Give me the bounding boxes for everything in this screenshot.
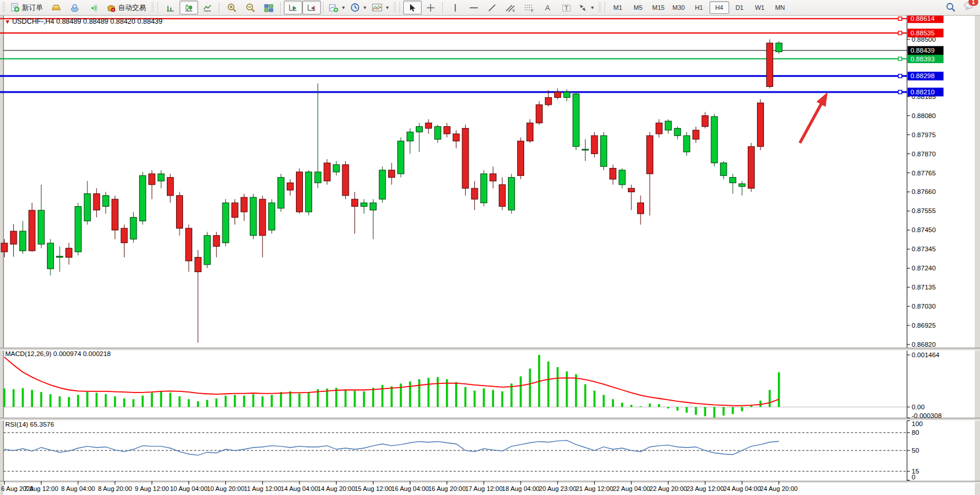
macd-bar [575,374,577,407]
auto-scroll-button[interactable] [284,1,302,14]
new-order-button[interactable]: 新订单 [6,1,47,14]
fibonacci-button[interactable]: F [520,1,539,14]
templates-button[interactable]: ▼ [370,1,392,14]
toolbar-grip[interactable] [2,2,5,13]
cursor-button[interactable] [403,1,422,14]
chart-canvas[interactable]: 0.885000.881850.880800.879750.878700.877… [0,0,980,495]
macd-bar [778,372,780,407]
macd-bar [759,401,762,407]
trendline-button[interactable] [483,1,502,14]
timeframe-mn[interactable]: MN [770,1,790,14]
macd-bar [639,406,642,407]
macd-bar [390,386,393,407]
candle [766,39,773,89]
macd-bar [584,384,587,407]
crosshair-icon [426,3,435,12]
chart-shift-button[interactable] [302,1,321,14]
horizontal-line-button[interactable] [465,1,483,14]
new-order-label: 新订单 [22,3,43,13]
timeframe-w1[interactable]: W1 [750,1,770,14]
macd-bar [3,388,6,407]
price-tick-label: 0.87345 [912,245,936,252]
bar-chart-button[interactable] [161,1,180,14]
candle [509,174,515,214]
price-tick-label: 0.87660 [912,188,936,195]
price-tick-label: 0.87975 [912,131,936,138]
macd-bar [658,404,660,407]
chart-background [0,16,980,495]
toolbar-grip[interactable] [151,2,154,13]
time-axis-label: 8 Aug 04:00 [61,485,95,492]
hline-handle[interactable] [898,31,902,35]
auto-trading-button[interactable]: 自动交易 [103,1,150,14]
macd-bar [188,399,190,407]
signals-icon [89,3,98,12]
text-icon: A [544,3,551,12]
text-button[interactable]: A [539,1,557,14]
zoom-out-button[interactable] [241,1,259,14]
text-label-icon: T [562,3,571,12]
toolbar-grip[interactable] [598,2,601,13]
candle [462,124,469,195]
auto-trading-icon [107,3,116,12]
crosshair-button[interactable] [422,1,440,14]
macd-bar [547,361,550,407]
notifications-button[interactable]: 1 [964,1,974,13]
hline-handle[interactable] [898,17,902,20]
vertical-line-button[interactable] [446,1,465,14]
community-button[interactable] [65,1,84,14]
deposit-button[interactable] [47,1,65,14]
timeframe-h4[interactable]: H4 [710,1,729,14]
hline-handle[interactable] [898,74,902,78]
timeframe-m15[interactable]: M15 [649,1,668,14]
macd-bar [253,394,255,407]
candle [711,114,718,167]
macd-indicator-label: MACD(12,26,9) 0.000974 0.000218 [5,350,111,357]
hline-handle[interactable] [898,90,902,94]
new-chart-button[interactable]: ▼ [327,1,348,14]
hline-handle[interactable] [898,57,902,61]
chart-title: ▼USDCHF-,H4 0.88489 0.88489 0.88420 0.88… [5,17,162,25]
macd-bar [630,405,632,407]
line-chart-button[interactable] [198,1,217,14]
toolbar-grip[interactable] [393,2,396,13]
timeframe-h1[interactable]: H1 [689,1,709,14]
signals-button[interactable] [84,1,103,14]
cursor-icon [408,3,416,12]
pane-separator[interactable] [0,348,980,350]
new-order-icon [10,3,20,12]
equidistant-channel-button[interactable]: E [502,1,520,14]
pane-separator[interactable] [0,418,980,420]
timeframe-d1[interactable]: D1 [730,1,749,14]
price-tick-label: 0.87450 [912,226,936,233]
text-label-button[interactable]: T [557,1,576,14]
candle [379,167,386,203]
svg-text:F: F [531,9,533,12]
time-axis-label: 11 Aug 12:00 [244,485,281,492]
candle [140,172,146,225]
timeframe-m5[interactable]: M5 [628,1,648,14]
timeframe-m1[interactable]: M1 [608,1,628,14]
candle [757,100,763,151]
candle [204,232,210,269]
macd-bar [169,393,171,407]
macd-bar [298,394,301,407]
trendline-icon [488,3,496,12]
dropdown-caret-icon: ▼ [385,5,390,10]
timeframe-m30[interactable]: M30 [669,1,689,14]
period-button[interactable]: ▼ [348,1,370,14]
bar-chart-icon [166,3,175,12]
time-axis-label: 7 Aug 12:00 [24,485,58,492]
vertical-line-icon [452,3,459,12]
macd-bar [529,369,531,407]
zoom-in-button[interactable] [222,1,241,14]
toolbar-separator [400,2,401,13]
arrows-button[interactable]: ▼ [576,1,597,14]
macd-bar [603,395,605,407]
time-axis-label: 14 Aug 20:00 [317,485,355,492]
candlestick-chart-button[interactable] [180,1,198,14]
search-icon[interactable] [946,2,956,12]
toolbar-separator [443,2,444,13]
tile-windows-button[interactable] [259,1,278,14]
time-axis-label: 24 Aug 04:00 [723,485,761,492]
